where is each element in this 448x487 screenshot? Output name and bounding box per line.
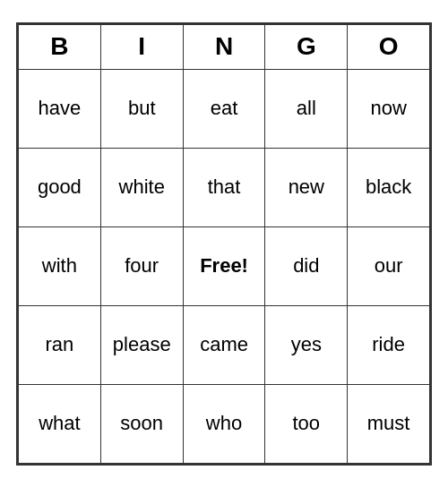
table-cell: with	[19, 226, 101, 305]
table-cell: that	[183, 148, 265, 226]
table-cell: eat	[183, 69, 265, 148]
table-cell: white	[100, 148, 183, 226]
table-row: ranpleasecameyesride	[19, 305, 430, 384]
header-row: B I N G O	[19, 24, 430, 69]
table-cell: our	[348, 226, 430, 305]
table-cell: but	[100, 69, 183, 148]
table-cell: soon	[100, 384, 183, 463]
table-cell: all	[265, 69, 348, 148]
header-i: I	[100, 24, 183, 69]
bingo-table: B I N G O havebuteatallnowgoodwhitethatn…	[18, 24, 430, 464]
table-cell: ran	[19, 305, 101, 384]
header-g: G	[265, 24, 348, 69]
table-cell: came	[183, 305, 265, 384]
table-row: whatsoonwhotoomust	[19, 384, 430, 463]
header-b: B	[19, 24, 101, 69]
table-row: goodwhitethatnewblack	[19, 148, 430, 226]
table-cell: too	[265, 384, 348, 463]
table-row: havebuteatallnow	[19, 69, 430, 148]
bingo-card: B I N G O havebuteatallnowgoodwhitethatn…	[16, 22, 432, 466]
table-cell: who	[183, 384, 265, 463]
table-cell: did	[265, 226, 348, 305]
table-cell: please	[100, 305, 183, 384]
header-n: N	[183, 24, 265, 69]
table-cell: new	[265, 148, 348, 226]
bingo-body: havebuteatallnowgoodwhitethatnewblackwit…	[19, 69, 430, 463]
table-cell: yes	[265, 305, 348, 384]
table-cell: ride	[348, 305, 430, 384]
table-cell: what	[19, 384, 101, 463]
table-cell: must	[348, 384, 430, 463]
table-cell: Free!	[183, 226, 265, 305]
table-cell: black	[348, 148, 430, 226]
table-cell: have	[19, 69, 101, 148]
table-row: withfourFree!didour	[19, 226, 430, 305]
table-cell: good	[19, 148, 101, 226]
table-cell: now	[348, 69, 430, 148]
header-o: O	[348, 24, 430, 69]
table-cell: four	[100, 226, 183, 305]
